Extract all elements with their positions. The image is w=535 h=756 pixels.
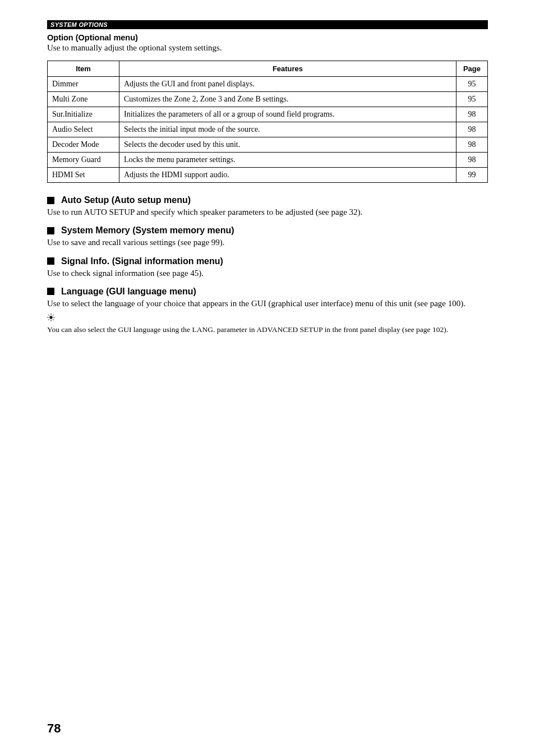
signal-info-heading: Signal Info. (Signal information menu) [47, 256, 488, 266]
svg-line-6 [53, 315, 54, 316]
cell-page: 98 [456, 153, 488, 168]
cell-features: Adjusts the GUI and front panel displays… [119, 77, 456, 92]
table-row: Decoder Mode Selects the decoder used by… [48, 137, 488, 153]
cell-item: Audio Select [48, 122, 119, 137]
table-row: HDMI Set Adjusts the HDMI support audio.… [48, 168, 488, 183]
table-row: Memory Guard Locks the menu parameter se… [48, 153, 488, 168]
th-features: Features [119, 61, 456, 77]
svg-line-7 [48, 319, 49, 320]
system-memory-desc: Use to save and recall various settings … [47, 237, 488, 248]
table-row: Audio Select Selects the initial input m… [48, 122, 488, 137]
option-title: Option (Optional menu) [47, 33, 488, 42]
option-desc: Use to manually adjust the optional syst… [47, 43, 488, 53]
signal-info-desc: Use to check signal information (see pag… [47, 268, 488, 279]
cell-page: 98 [456, 137, 488, 153]
bullet-square-icon [47, 257, 54, 265]
tip-icon [47, 314, 488, 324]
cell-features: Adjusts the HDMI support audio. [119, 168, 456, 183]
cell-page: 98 [456, 122, 488, 137]
page-number: 78 [47, 721, 61, 736]
svg-point-8 [50, 316, 53, 319]
tip-text: You can also select the GUI language usi… [47, 325, 488, 335]
cell-page: 95 [456, 92, 488, 107]
th-item: Item [48, 61, 119, 77]
table-row: Sur.Initialize Initializes the parameter… [48, 107, 488, 122]
cell-item: Multi Zone [48, 92, 119, 107]
cell-page: 99 [456, 168, 488, 183]
cell-item: Decoder Mode [48, 137, 119, 153]
cell-features: Customizes the Zone 2, Zone 3 and Zone B… [119, 92, 456, 107]
table-header-row: Item Features Page [48, 61, 488, 77]
language-heading: Language (GUI language menu) [47, 287, 488, 297]
svg-line-4 [48, 315, 49, 316]
system-memory-heading: System Memory (System memory menu) [47, 225, 488, 236]
cell-features: Selects the initial input mode of the so… [119, 122, 456, 137]
cell-item: Sur.Initialize [48, 107, 119, 122]
auto-setup-desc: Use to run AUTO SETUP and specify which … [47, 206, 488, 218]
language-title: Language (GUI language menu) [61, 287, 196, 297]
cell-features: Selects the decoder used by this unit. [119, 137, 456, 153]
cell-item: Dimmer [48, 77, 119, 92]
auto-setup-heading: Auto Setup (Auto setup menu) [47, 195, 488, 205]
signal-info-title: Signal Info. (Signal information menu) [61, 256, 223, 266]
table-row: Dimmer Adjusts the GUI and front panel d… [48, 77, 488, 92]
cell-features: Locks the menu parameter settings. [119, 153, 456, 168]
header-bar: SYSTEM OPTIONS [47, 20, 488, 29]
bullet-square-icon [47, 197, 54, 204]
th-page: Page [456, 61, 488, 77]
bullet-square-icon [47, 227, 54, 234]
cell-page: 98 [456, 107, 488, 122]
auto-setup-title: Auto Setup (Auto setup menu) [61, 195, 191, 205]
options-table: Item Features Page Dimmer Adjusts the GU… [47, 61, 488, 183]
svg-line-5 [53, 319, 54, 320]
system-memory-title: System Memory (System memory menu) [61, 225, 234, 236]
language-desc: Use to select the language of your choic… [47, 298, 488, 309]
cell-item: HDMI Set [48, 168, 119, 183]
cell-features: Initializes the parameters of all or a g… [119, 107, 456, 122]
bullet-square-icon [47, 288, 54, 295]
cell-item: Memory Guard [48, 153, 119, 168]
table-row: Multi Zone Customizes the Zone 2, Zone 3… [48, 92, 488, 107]
cell-page: 95 [456, 77, 488, 92]
